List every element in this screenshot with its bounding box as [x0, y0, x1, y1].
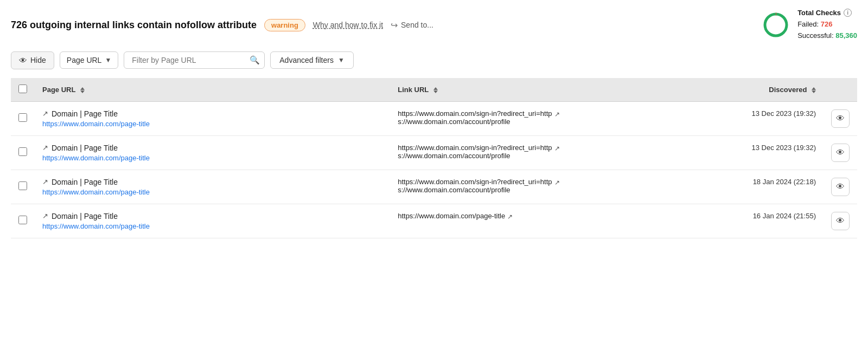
failed-label: Failed:	[797, 20, 819, 28]
failed-value: 726	[821, 20, 833, 28]
svg-point-0	[765, 14, 787, 36]
row-checkbox-2[interactable]	[18, 181, 27, 190]
row-checkbox-1[interactable]	[18, 147, 27, 156]
select-all-checkbox[interactable]	[18, 85, 27, 93]
row-link-url: https://www.domain.com/page-title	[398, 212, 505, 220]
link-external-icon: ↗	[554, 179, 560, 186]
page-url-cell: ↗ Domain | Page Title https://www.domain…	[35, 135, 390, 170]
info-icon[interactable]: i	[844, 9, 852, 17]
page-header: 726 outgoing internal links contain nofo…	[11, 9, 857, 42]
link-external-icon: ↗	[554, 145, 560, 152]
external-link-icon: ↗	[42, 144, 48, 152]
success-label: Successful:	[797, 31, 833, 40]
filter-input[interactable]	[129, 52, 250, 68]
view-button-2[interactable]: 👁	[831, 178, 850, 196]
link-url-sort-icon[interactable]	[433, 87, 438, 93]
row-checkbox-3[interactable]	[18, 216, 27, 224]
filter-input-wrap: 🔍	[124, 51, 265, 69]
discovered-sort-icon[interactable]	[812, 87, 816, 93]
send-to-icon: ↪	[391, 20, 398, 30]
hide-label: Hide	[30, 56, 46, 64]
total-checks-label: Total Checks	[797, 9, 841, 17]
table-row: ↗ Domain | Page Title https://www.domain…	[11, 135, 857, 170]
row-checkbox-cell	[11, 101, 35, 135]
table-header-row: Page URL Link URL Discovered	[11, 78, 857, 102]
row-page-url[interactable]: https://www.domain.com/page-title	[42, 222, 382, 230]
action-cell: 👁	[824, 204, 857, 238]
table-row: ↗ Domain | Page Title https://www.domain…	[11, 101, 857, 135]
page-url-cell: ↗ Domain | Page Title https://www.domain…	[35, 204, 390, 238]
link-url-cell: https://www.domain.com/sign-in?redirect_…	[390, 101, 729, 135]
table-row: ↗ Domain | Page Title https://www.domain…	[11, 170, 857, 204]
link-external-icon: ↗	[507, 213, 513, 220]
discovered-cell: 13 Dec 2023 (19:32)	[729, 101, 824, 135]
row-page-title: Domain | Page Title	[52, 212, 118, 220]
filter-dropdown[interactable]: Page URL ▼	[60, 51, 118, 69]
action-cell: 👁	[824, 101, 857, 135]
row-page-title: Domain | Page Title	[52, 178, 118, 186]
header-discovered: Discovered	[729, 78, 824, 102]
external-link-icon: ↗	[42, 109, 48, 118]
row-page-title: Domain | Page Title	[52, 109, 118, 118]
row-page-title: Domain | Page Title	[52, 144, 118, 152]
view-button-1[interactable]: 👁	[831, 144, 850, 162]
why-fix-link[interactable]: Why and how to fix it	[313, 21, 383, 29]
data-table: Page URL Link URL Discovered	[11, 78, 857, 238]
page-url-sort-icon[interactable]	[80, 87, 85, 93]
row-link-url: https://www.domain.com/sign-in?redirect_…	[398, 178, 552, 194]
link-url-col-label: Link URL	[398, 86, 429, 94]
table-row: ↗ Domain | Page Title https://www.domain…	[11, 204, 857, 238]
filter-dropdown-label: Page URL	[67, 56, 102, 64]
row-checkbox-cell	[11, 170, 35, 204]
discovered-cell: 18 Jan 2024 (22:18)	[729, 170, 824, 204]
row-checkbox-cell	[11, 135, 35, 170]
check-stats: Failed: 726 Successful: 85,360	[797, 19, 857, 42]
total-checks-panel: Total Checks i Failed: 726 Successful: 8…	[762, 9, 857, 42]
row-page-url[interactable]: https://www.domain.com/page-title	[42, 120, 382, 128]
link-url-cell: https://www.domain.com/sign-in?redirect_…	[390, 135, 729, 170]
row-checkbox-cell	[11, 204, 35, 238]
toolbar: 👁 Hide Page URL ▼ 🔍 Advanced filters ▼	[11, 51, 857, 69]
search-icon[interactable]: 🔍	[250, 55, 260, 65]
page-title: 726 outgoing internal links contain nofo…	[11, 20, 257, 31]
hide-button[interactable]: 👁 Hide	[11, 51, 54, 69]
advanced-filters-button[interactable]: Advanced filters ▼	[270, 51, 354, 69]
send-to-label: Send to...	[401, 21, 433, 29]
row-link-url: https://www.domain.com/sign-in?redirect_…	[398, 144, 552, 160]
link-url-cell: https://www.domain.com/sign-in?redirect_…	[390, 170, 729, 204]
row-page-url[interactable]: https://www.domain.com/page-title	[42, 154, 382, 162]
page-url-col-label: Page URL	[42, 86, 75, 94]
page-url-cell: ↗ Domain | Page Title https://www.domain…	[35, 170, 390, 204]
header-link-url: Link URL	[390, 78, 729, 102]
header-action	[824, 78, 857, 102]
advanced-filters-chevron-icon: ▼	[338, 56, 344, 64]
send-to-button[interactable]: ↪ Send to...	[391, 20, 433, 30]
success-stat: Successful: 85,360	[797, 30, 857, 42]
view-button-0[interactable]: 👁	[831, 109, 850, 128]
warning-badge: warning	[264, 19, 305, 31]
discovered-col-label: Discovered	[769, 86, 807, 94]
page-url-cell: ↗ Domain | Page Title https://www.domain…	[35, 101, 390, 135]
row-page-url[interactable]: https://www.domain.com/page-title	[42, 188, 382, 196]
discovered-cell: 16 Jan 2024 (21:55)	[729, 204, 824, 238]
link-external-icon: ↗	[554, 111, 560, 118]
chevron-down-icon: ▼	[105, 56, 111, 64]
success-value: 85,360	[835, 31, 857, 40]
advanced-filters-label: Advanced filters	[279, 56, 334, 64]
external-link-icon: ↗	[42, 178, 48, 186]
discovered-cell: 13 Dec 2023 (19:32)	[729, 135, 824, 170]
total-checks-stats: Total Checks i Failed: 726 Successful: 8…	[797, 9, 857, 42]
view-button-3[interactable]: 👁	[831, 212, 850, 230]
external-link-icon: ↗	[42, 212, 48, 220]
link-url-cell: https://www.domain.com/page-title ↗	[390, 204, 729, 238]
failed-stat: Failed: 726	[797, 19, 857, 30]
header-checkbox-cell	[11, 78, 35, 102]
donut-chart	[762, 11, 790, 39]
action-cell: 👁	[824, 135, 857, 170]
header-page-url: Page URL	[35, 78, 390, 102]
eye-icon: 👁	[19, 56, 27, 65]
row-checkbox-0[interactable]	[18, 113, 27, 122]
row-link-url: https://www.domain.com/sign-in?redirect_…	[398, 109, 552, 126]
action-cell: 👁	[824, 170, 857, 204]
